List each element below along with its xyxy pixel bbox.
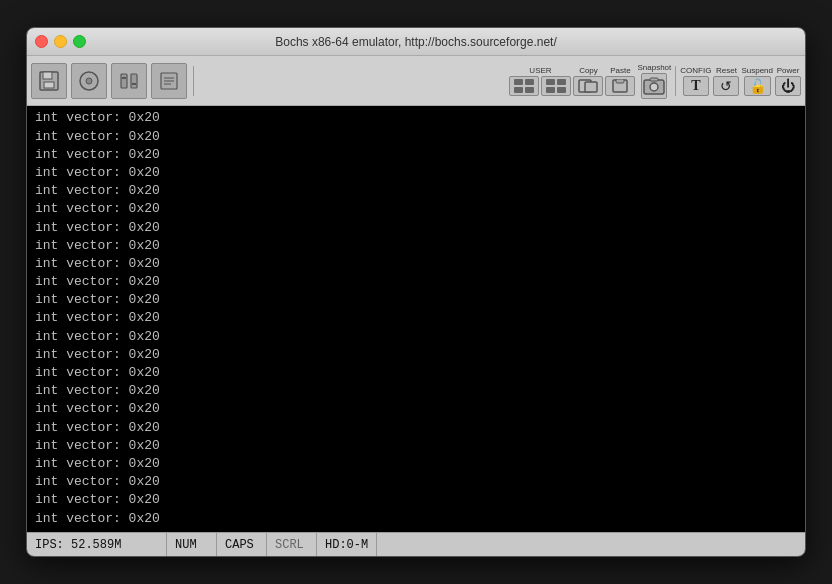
clipboard-icon[interactable] <box>151 63 187 99</box>
user-btn-1[interactable] <box>509 76 539 96</box>
terminal-line: int vector: 0x20 <box>35 291 797 309</box>
paste-label: Paste <box>610 66 630 75</box>
svg-rect-29 <box>650 78 658 81</box>
svg-rect-19 <box>546 79 555 85</box>
window-title: Bochs x86-64 emulator, http://bochs.sour… <box>275 35 557 49</box>
suspend-label: Suspend <box>741 66 773 75</box>
svg-rect-26 <box>616 79 624 83</box>
svg-rect-22 <box>557 87 566 93</box>
svg-rect-17 <box>525 79 534 85</box>
status-num: NUM <box>167 533 217 556</box>
status-caps: CAPS <box>217 533 267 556</box>
suspend-group: Suspend 🔓 <box>741 66 773 96</box>
config-group: CONFIG T <box>680 66 711 96</box>
svg-point-5 <box>86 78 92 84</box>
copy-group: Copy <box>573 66 603 96</box>
terminal-line: int vector: 0x20 <box>35 382 797 400</box>
status-scrl: SCRL <box>267 533 317 556</box>
terminal-line: int vector: 0x20 <box>35 491 797 509</box>
toolbar-separator-2 <box>675 66 676 96</box>
minimize-button[interactable] <box>54 35 67 48</box>
terminal-line: int vector: 0x20 <box>35 255 797 273</box>
copy-label: Copy <box>579 66 598 75</box>
paste-group: Paste <box>605 66 635 96</box>
terminal-line: int vector: 0x20 <box>35 237 797 255</box>
terminal-line: int vector: 0x20 <box>35 164 797 182</box>
floppy-icon[interactable] <box>31 63 67 99</box>
terminal-line: int vector: 0x20 <box>35 510 797 528</box>
terminal-line: int vector: 0x20 <box>35 182 797 200</box>
reset-btn[interactable]: ↺ <box>713 76 739 96</box>
toolbar: USER <box>27 56 805 106</box>
svg-rect-2 <box>44 82 54 88</box>
power-btn[interactable]: ⏻ <box>775 76 801 96</box>
main-window: Bochs x86-64 emulator, http://bochs.sour… <box>26 27 806 557</box>
user-label: USER <box>529 66 551 75</box>
svg-rect-16 <box>514 87 523 93</box>
terminal-line: int vector: 0x20 <box>35 473 797 491</box>
copy-btn[interactable] <box>573 76 603 96</box>
svg-rect-18 <box>525 87 534 93</box>
terminal-line: int vector: 0x20 <box>35 200 797 218</box>
snapshot-btn[interactable] <box>641 73 667 99</box>
svg-rect-1 <box>43 72 52 79</box>
terminal-line: int vector: 0x20 <box>35 128 797 146</box>
terminal-line: int vector: 0x20 <box>35 328 797 346</box>
terminal-line: int vector: 0x20 <box>35 364 797 382</box>
status-bar: IPS: 52.589M NUM CAPS SCRL HD:0-M <box>27 532 805 556</box>
terminal-line: int vector: 0x20 <box>35 309 797 327</box>
terminal-line: int vector: 0x20 <box>35 146 797 164</box>
terminal-line: int vector: 0x20 <box>35 273 797 291</box>
svg-rect-10 <box>132 83 136 85</box>
disk-icon[interactable] <box>71 63 107 99</box>
svg-rect-8 <box>131 74 137 88</box>
toolbar-right: USER <box>509 63 801 99</box>
toolbar-separator-1 <box>193 66 194 96</box>
svg-rect-3 <box>51 73 53 78</box>
status-ips: IPS: 52.589M <box>27 533 167 556</box>
svg-point-28 <box>650 83 658 91</box>
terminal-line: int vector: 0x20 <box>35 419 797 437</box>
status-hd: HD:0-M <box>317 533 377 556</box>
settings-icon[interactable] <box>111 63 147 99</box>
user-btn-2[interactable] <box>541 76 571 96</box>
close-button[interactable] <box>35 35 48 48</box>
terminal-line: int vector: 0x20 <box>35 437 797 455</box>
terminal-line: int vector: 0x20 <box>35 109 797 127</box>
svg-rect-9 <box>122 77 126 79</box>
paste-btn[interactable] <box>605 76 635 96</box>
terminal-line: int vector: 0x20 <box>35 219 797 237</box>
reset-group: Reset ↺ <box>713 66 739 96</box>
terminal-line: int vector: 0x20 <box>35 455 797 473</box>
reset-label: Reset <box>716 66 737 75</box>
terminal-line: int vector: 0x20 <box>35 346 797 364</box>
user-group: USER <box>509 66 571 96</box>
snapshot-group: Snapshot <box>637 63 671 99</box>
title-bar: Bochs x86-64 emulator, http://bochs.sour… <box>27 28 805 56</box>
terminal-output: int vector: 0x20int vector: 0x20int vect… <box>27 106 805 532</box>
svg-rect-15 <box>514 79 523 85</box>
power-label: Power <box>777 66 800 75</box>
config-btn[interactable]: T <box>683 76 709 96</box>
traffic-lights <box>35 35 86 48</box>
maximize-button[interactable] <box>73 35 86 48</box>
svg-rect-20 <box>546 87 555 93</box>
snapshot-label: Snapshot <box>637 63 671 72</box>
terminal-line: int vector: 0x20 <box>35 400 797 418</box>
config-label: CONFIG <box>680 66 711 75</box>
svg-rect-24 <box>585 82 597 92</box>
suspend-btn[interactable]: 🔓 <box>744 76 771 96</box>
svg-rect-7 <box>121 74 127 88</box>
svg-rect-21 <box>557 79 566 85</box>
power-group: Power ⏻ <box>775 66 801 96</box>
